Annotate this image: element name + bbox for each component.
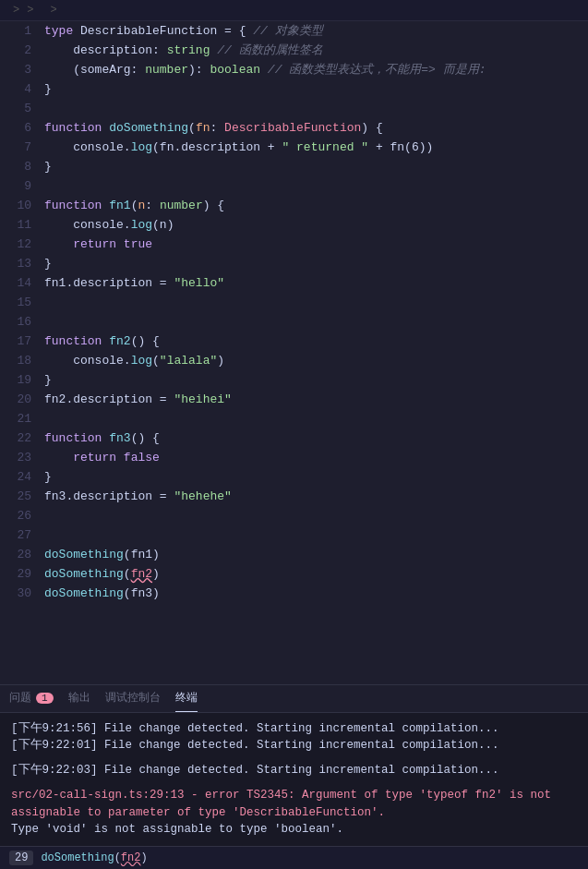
code-line: fn3.description = "hehehe" <box>44 487 588 506</box>
editor-area[interactable]: 1234567891011121314151617181920212223242… <box>0 21 588 684</box>
panel-tab-输出[interactable]: 输出 <box>68 684 90 712</box>
bottom-panel: 问题1输出调试控制台终端 [下午9:21:56] File change det… <box>0 684 588 870</box>
sep1: > <box>13 4 19 17</box>
code-line: function fn1(n: number) { <box>44 196 588 215</box>
terminal-line: [下午9:22:01] File change detected. Starti… <box>11 737 577 754</box>
line-numbers: 1234567891011121314151617181920212223242… <box>0 21 39 684</box>
terminal-bottom: 29 doSomething(fn2) <box>0 846 588 869</box>
code-line <box>44 525 588 545</box>
code-line: doSomething(fn1) <box>44 545 588 564</box>
code-line <box>44 409 588 428</box>
code-line: } <box>44 157 588 176</box>
line-num-badge: 29 <box>9 851 33 865</box>
code-line <box>44 176 588 196</box>
code-line: console.log("lalala") <box>44 351 588 370</box>
code-line: console.log(n) <box>44 215 588 235</box>
code-line: function fn3() { <box>44 428 588 448</box>
code-line: type DescribableFunction = { // 对象类型 <box>44 21 588 41</box>
terminal-content: [下午9:21:56] File change detected. Starti… <box>0 713 588 847</box>
code-line <box>44 293 588 312</box>
code-line: return true <box>44 235 588 254</box>
code-line <box>44 506 588 525</box>
terminal-line: Type 'void' is not assignable to type 'b… <box>11 821 577 839</box>
terminal-line <box>11 754 577 762</box>
terminal-line: [下午9:21:56] File change detected. Starti… <box>11 720 577 738</box>
code-line: fn2.description = "heihei" <box>44 390 588 409</box>
sep3: > <box>50 4 56 17</box>
code-line <box>44 312 588 332</box>
sep2: > <box>27 4 33 17</box>
code-line: function doSomething(fn: DescribableFunc… <box>44 118 588 138</box>
code-line: } <box>44 254 588 273</box>
code-line: fn1.description = "hello" <box>44 273 588 293</box>
code-line: } <box>44 370 588 390</box>
code-content[interactable]: type DescribableFunction = { // 对象类型 des… <box>39 21 588 684</box>
code-line: console.log(fn.description + " returned … <box>44 138 588 157</box>
code-line: } <box>44 467 588 487</box>
code-line: description: string // 函数的属性签名 <box>44 41 588 60</box>
code-line: doSomething(fn3) <box>44 584 588 603</box>
code-line: } <box>44 79 588 99</box>
panel-tab-终端[interactable]: 终端 <box>175 684 198 712</box>
code-line <box>44 99 588 118</box>
bottom-code-text: doSomething(fn2) <box>41 851 147 864</box>
code-line: return false <box>44 448 588 467</box>
code-line: doSomething(fn2) <box>44 564 588 584</box>
panel-tab-问题[interactable]: 问题1 <box>9 684 54 712</box>
terminal-line: [下午9:22:03] File change detected. Starti… <box>11 762 577 779</box>
title-bar: > > > <box>0 0 588 21</box>
terminal-line: src/02-call-sign.ts:29:13 - error TS2345… <box>11 787 577 822</box>
panel-tab-调试控制台[interactable]: 调试控制台 <box>105 684 161 712</box>
code-line: (someArg: number): boolean // 函数类型表达式，不能… <box>44 60 588 79</box>
tab-badge: 1 <box>36 693 54 704</box>
code-line: function fn2() { <box>44 332 588 351</box>
panel-tabs: 问题1输出调试控制台终端 <box>0 685 588 713</box>
terminal-line <box>11 779 577 787</box>
